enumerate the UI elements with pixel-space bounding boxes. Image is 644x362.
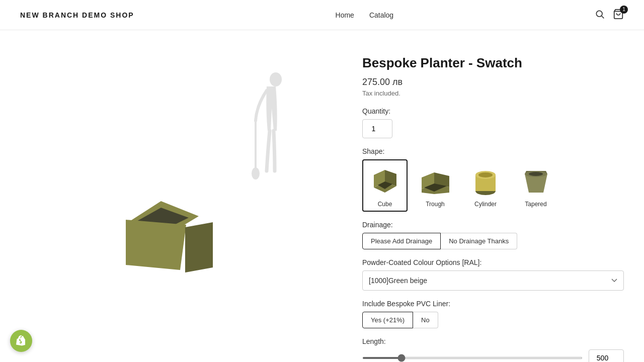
tax-note: Tax included. xyxy=(362,89,624,97)
color-label: Powder-Coated Colour Options [RAL]: xyxy=(362,258,624,266)
tapered-shape-icon xyxy=(520,165,552,198)
search-icon[interactable] xyxy=(595,9,605,21)
product-images xyxy=(20,50,332,362)
svg-point-21 xyxy=(478,172,493,177)
shape-label-cylinder: Cylinder xyxy=(474,201,497,208)
liner-options: Yes (+21%) No xyxy=(362,312,624,328)
length-label: Length: xyxy=(362,337,624,345)
shape-label-trough: Trough xyxy=(426,201,445,208)
shape-thumb-trough xyxy=(418,163,453,199)
product-title: Bespoke Planter - Swatch xyxy=(362,55,624,71)
shopify-button[interactable] xyxy=(10,330,32,352)
planter-front-face xyxy=(126,220,191,275)
liner-label: Include Bespoke PVC Liner: xyxy=(362,300,624,308)
drainage-options: Please Add Drainage No Drainage Thanks xyxy=(362,233,624,249)
length-slider[interactable] xyxy=(362,357,583,359)
length-row xyxy=(362,349,624,362)
logo: NEW BRANCH DEMO SHOP xyxy=(20,11,134,19)
main-nav: Home Catalog xyxy=(336,11,394,19)
shape-label: Shape: xyxy=(362,147,624,155)
product-price: 275.00 лв xyxy=(362,77,624,87)
svg-point-0 xyxy=(596,11,602,17)
svg-point-25 xyxy=(529,172,543,176)
header: NEW BRANCH DEMO SHOP Home Catalog 1 xyxy=(0,0,644,30)
quantity-label: Quantity: xyxy=(362,107,624,115)
drainage-label: Drainage: xyxy=(362,221,624,229)
quantity-section: Quantity: xyxy=(362,107,624,138)
nav-catalog[interactable]: Catalog xyxy=(369,11,393,19)
liner-no-button[interactable]: No xyxy=(413,312,438,328)
main-content: Bespoke Planter - Swatch 275.00 лв Tax i… xyxy=(0,30,644,362)
svg-point-3 xyxy=(270,72,282,86)
nav-home[interactable]: Home xyxy=(336,11,354,19)
header-icons: 1 xyxy=(595,9,624,22)
liner-section: Include Bespoke PVC Liner: Yes (+21%) No xyxy=(362,300,624,328)
shape-option-cylinder[interactable]: Cylinder xyxy=(463,159,508,212)
shape-options: Cube Trough xyxy=(362,159,624,212)
color-select[interactable]: [1000]Green beige [1001]Beige [1002]Sand… xyxy=(362,270,624,291)
shape-label-cube: Cube xyxy=(378,201,392,208)
svg-marker-9 xyxy=(185,222,213,273)
shape-section: Shape: Cube xyxy=(362,147,624,212)
length-input[interactable] xyxy=(589,349,624,362)
shape-thumb-tapered xyxy=(518,163,553,199)
planter-right-face xyxy=(185,222,215,275)
product-details: Bespoke Planter - Swatch 275.00 лв Tax i… xyxy=(362,50,624,362)
drainage-add-button[interactable]: Please Add Drainage xyxy=(362,233,441,249)
shape-option-tapered[interactable]: Tapered xyxy=(513,159,558,212)
shape-thumb-cube xyxy=(367,163,403,199)
planter-cube xyxy=(116,199,206,289)
shape-option-cube[interactable]: Cube xyxy=(362,159,408,212)
drainage-section: Drainage: Please Add Drainage No Drainag… xyxy=(362,221,624,249)
svg-line-1 xyxy=(602,16,604,18)
shape-label-tapered: Tapered xyxy=(525,201,546,208)
shopify-icon xyxy=(15,335,27,347)
shape-thumb-cylinder xyxy=(468,163,503,199)
liner-yes-button[interactable]: Yes (+21%) xyxy=(362,312,413,328)
color-section: Powder-Coated Colour Options [RAL]: [100… xyxy=(362,258,624,291)
svg-marker-8 xyxy=(126,220,186,270)
cube-shape-icon xyxy=(369,165,401,198)
cart-icon[interactable]: 1 xyxy=(613,9,624,22)
cylinder-shape-icon xyxy=(469,165,502,198)
cart-badge: 1 xyxy=(620,6,628,14)
trough-shape-icon xyxy=(419,165,452,198)
length-section: Length: xyxy=(362,337,624,362)
shape-option-trough[interactable]: Trough xyxy=(413,159,458,212)
silhouette-figure xyxy=(252,70,292,181)
svg-point-5 xyxy=(252,167,260,179)
quantity-input[interactable] xyxy=(362,119,392,138)
drainage-no-button[interactable]: No Drainage Thanks xyxy=(441,233,517,249)
